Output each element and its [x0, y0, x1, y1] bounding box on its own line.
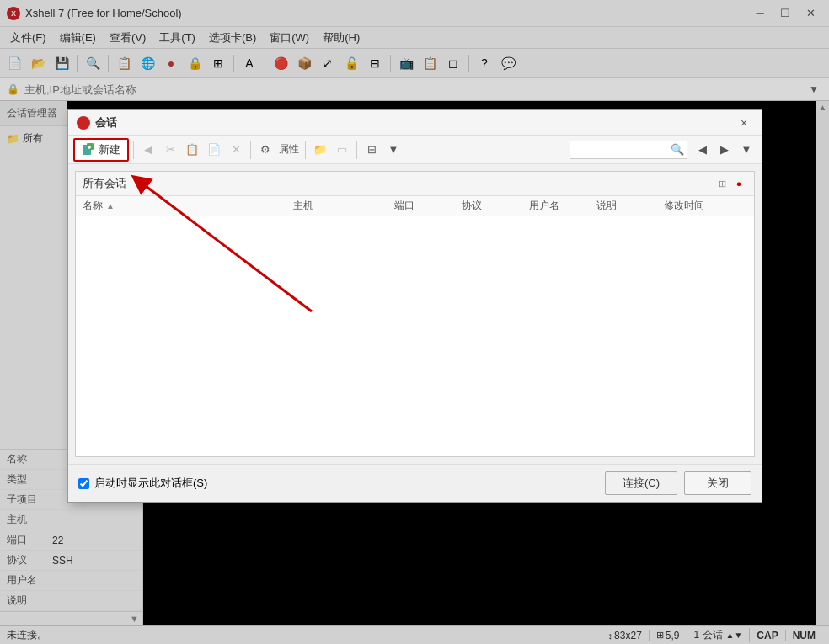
modal-toolbar-copy-btn[interactable]: 📋 — [182, 140, 202, 160]
modal-title-bar: 会话 × — [68, 110, 762, 136]
all-sessions-action-btn[interactable]: ⊞ — [714, 175, 730, 192]
startup-checkbox[interactable] — [78, 478, 89, 489]
modal-toolbar-delete-btn[interactable]: ✕ — [226, 140, 246, 160]
props-icon: ⚙ — [260, 143, 270, 156]
col-header-time: 修改时间 — [664, 199, 747, 213]
table-body — [76, 216, 754, 456]
modal-close-footer-button[interactable]: 关闭 — [684, 471, 751, 495]
app-window: X Xshell 7 (Free for Home/School) ─ ☐ ✕ … — [0, 0, 829, 644]
modal-props-btn[interactable]: ⚙ — [255, 140, 275, 160]
modal-toolbar-sep-4 — [356, 141, 357, 159]
modal-toolbar-back-btn[interactable]: ◀ — [138, 140, 158, 160]
modal-toolbar-sep-1 — [133, 141, 134, 159]
modal-search-icon: 🔍 — [671, 143, 684, 156]
col-header-protocol: 协议 — [462, 199, 529, 213]
col-header-port: 端口 — [394, 199, 462, 213]
modal-view-dropdown-btn[interactable]: ▼ — [383, 140, 404, 160]
modal-toolbar-sep-2 — [250, 141, 251, 159]
nav-next-btn[interactable]: ▶ — [714, 140, 735, 160]
all-sessions-icon-btn[interactable]: ● — [730, 175, 747, 192]
new-session-label: 新建 — [99, 142, 120, 157]
nav-menu-btn[interactable]: ▼ — [736, 140, 757, 160]
col-header-desc: 说明 — [596, 199, 664, 213]
modal-folder-btn[interactable]: 📁 — [310, 140, 330, 160]
props-btn-label: 属性 — [279, 142, 299, 157]
modal-view-btn[interactable]: ⊟ — [361, 140, 382, 160]
all-sessions-row: 所有会话 ⊞ ● — [76, 172, 754, 196]
modal-app-icon — [77, 116, 90, 130]
modal-toolbar: 新建 ◀ ✂ 📋 📄 ✕ ⚙ 属性 📁 ▭ ⊟ ▼ — [68, 136, 762, 164]
session-dialog: 会话 × 新建 ◀ — [67, 109, 762, 503]
modal-footer: 启动时显示此对话框(S) 连接(C) 关闭 — [68, 464, 762, 502]
modal-title: 会话 — [95, 115, 735, 130]
svg-rect-1 — [87, 143, 94, 150]
all-sessions-label: 所有会话 — [83, 176, 714, 191]
modal-footer-buttons: 连接(C) 关闭 — [605, 471, 751, 495]
modal-toolbar-paste-btn[interactable]: 📄 — [204, 140, 224, 160]
modal-toolbar-cut-btn[interactable]: ✂ — [160, 140, 180, 160]
modal-search-wrap: 🔍 — [570, 141, 687, 159]
sort-arrow-icon: ▲ — [106, 201, 115, 210]
col-header-user: 用户名 — [529, 199, 596, 213]
modal-overlay: 会话 × 新建 ◀ — [0, 0, 829, 644]
startup-checkbox-label[interactable]: 启动时显示此对话框(S) — [78, 476, 207, 491]
modal-toolbar-sep-3 — [305, 141, 306, 159]
connect-button[interactable]: 连接(C) — [605, 471, 677, 495]
nav-arrows: ◀ ▶ ▼ — [693, 140, 757, 160]
new-session-icon — [82, 143, 95, 157]
table-column-headers: 名称 ▲ 主机 端口 协议 用户名 说明 修改时间 — [76, 196, 754, 216]
col-header-name: 名称 ▲ — [83, 199, 293, 213]
session-table: 所有会话 ⊞ ● 名称 ▲ 主机 端口 协议 用户名 说明 修改时间 — [75, 171, 755, 457]
modal-close-button[interactable]: × — [735, 114, 753, 132]
col-header-host: 主机 — [293, 199, 394, 213]
nav-prev-btn[interactable]: ◀ — [693, 140, 713, 160]
modal-search-input[interactable] — [570, 141, 687, 159]
modal-toolbar-btn-5[interactable]: ▭ — [332, 140, 352, 160]
startup-checkbox-text: 启动时显示此对话框(S) — [94, 476, 207, 491]
new-session-button[interactable]: 新建 — [73, 138, 129, 162]
